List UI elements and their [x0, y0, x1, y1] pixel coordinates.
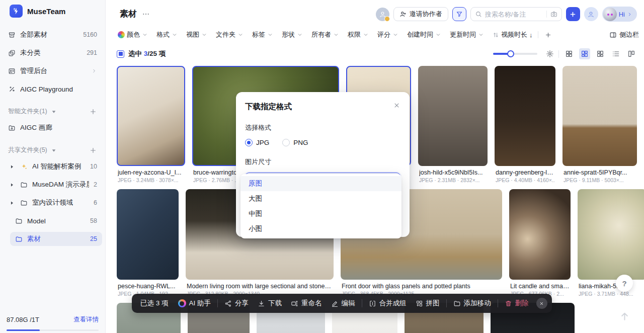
caret-right-icon [8, 181, 16, 189]
action-bar-item[interactable]: AI 助手 [174, 299, 216, 308]
masonry-icon [596, 50, 604, 58]
action-bar-item[interactable] [446, 299, 447, 307]
shared-folders-header[interactable]: 共享文件夹(5) [0, 139, 105, 158]
add-upload-button[interactable] [566, 7, 580, 21]
asset-thumbnail[interactable] [495, 66, 555, 166]
filter-chip-label: 评分 [377, 30, 390, 39]
collaborator-avatar[interactable] [376, 8, 389, 21]
asset-card[interactable]: Lit candle and small... JPEG · 677.06KB … [509, 189, 571, 297]
asset-thumbnail[interactable] [117, 66, 185, 166]
view-kanban-button[interactable] [626, 48, 637, 59]
filter-funnel-button[interactable] [452, 7, 466, 21]
sidebar-item[interactable]: AIGC Playground [3, 82, 102, 96]
radio-unselected-icon [282, 139, 290, 146]
asset-thumbnail[interactable] [117, 189, 179, 280]
action-bar-item[interactable]: 重命名 [286, 299, 327, 308]
size-option[interactable]: 大图 [240, 191, 401, 206]
invite-collaborator-button[interactable]: 邀请协作者 [393, 7, 448, 21]
sidebar-item[interactable]: 全部素材 5160 [3, 28, 102, 42]
asset-card[interactable]: pesce-huang-RWL... JPEG · 1.04MB · 192..… [117, 189, 179, 297]
filter-chip[interactable]: 评分 [377, 30, 398, 39]
asset-thumbnail[interactable] [562, 66, 637, 166]
sort-label: 视频时长 [501, 30, 527, 39]
asset-card[interactable]: liana-mikah-5r... JPEG · 3.71MB · 448... [578, 189, 644, 297]
wand-icon [8, 86, 16, 93]
sidebar-item[interactable]: 管理后台 [3, 64, 102, 78]
asset-card[interactable]: julen-rey-azcona-U_I... JPEG · 3.24MB · … [117, 66, 185, 183]
asset-thumbnail[interactable] [509, 189, 571, 280]
sidebar-folder-item[interactable]: Model 58 [10, 214, 102, 228]
sidebar-folder-item[interactable]: AIGC 画廊 [3, 121, 102, 135]
scroll-to-top-button[interactable] [619, 310, 630, 322]
action-bar-item[interactable] [217, 299, 218, 307]
sidebar-item[interactable]: 未分类 291 [3, 46, 102, 60]
action-bar-item[interactable] [498, 299, 498, 307]
dismiss-selection-button[interactable] [536, 298, 547, 309]
sidebar-folder-item[interactable]: 素材 25 [10, 232, 102, 246]
sidebar-folder-item[interactable]: AI 智能解析案例 10 [3, 159, 102, 174]
asset-thumbnail[interactable] [418, 66, 488, 166]
selection-suffix: /25 项 [147, 50, 166, 57]
size-option[interactable]: 小图 [240, 221, 401, 236]
filter-chip[interactable]: 所有者 [311, 30, 339, 39]
close-icon[interactable] [393, 102, 400, 109]
select-all-checkbox[interactable] [117, 50, 124, 58]
asset-card[interactable]: annie-spratt-5IPYBqr... JPEG · 9.11MB · … [562, 66, 637, 183]
storage-details-link[interactable]: 查看详情 [73, 315, 99, 324]
view-adaptive-button[interactable] [579, 48, 590, 59]
action-bar-item[interactable]: 下载 [253, 299, 286, 308]
size-option[interactable]: 原图 [240, 176, 401, 191]
asset-card[interactable]: danny-greenberg-lta9... JPEG · 4.40MB · … [495, 66, 555, 183]
storage-used: 87.08G /1T [7, 316, 39, 323]
filter-chip[interactable]: 视图 [186, 30, 207, 39]
format-radio-png[interactable]: PNG [282, 139, 308, 146]
action-bar-item[interactable]: 合并成组 [364, 299, 411, 308]
selection-row: 选中 3/25 项 [117, 48, 637, 59]
ai-assistant-pill[interactable]: Hi [602, 7, 637, 22]
filter-chip[interactable]: 权限 [348, 30, 369, 39]
user-avatar[interactable] [584, 7, 598, 21]
sidebar-item-label: 全部素材 [20, 30, 78, 39]
help-button[interactable]: ? [616, 275, 633, 292]
modal-title: 下载指定格式 [245, 102, 292, 112]
logo-bolt-icon [10, 5, 23, 18]
kanban-icon [627, 50, 635, 58]
filter-chips: 颜色 格式 视图 文件夹 [118, 30, 493, 39]
filter-chip[interactable]: 更新时间 [450, 30, 484, 39]
image-search-camera-button[interactable] [546, 11, 557, 18]
filter-chip[interactable]: 形状 [282, 30, 303, 39]
filter-chip[interactable]: 创建时间 [407, 30, 441, 39]
view-list-button[interactable] [610, 48, 621, 59]
action-bar-item[interactable]: 分享 [220, 299, 253, 308]
sidebar-folder-item[interactable]: MuseDAM 演示录屏 2 [3, 178, 102, 192]
action-bar-item[interactable]: 删除 [500, 299, 533, 308]
view-grid-button[interactable] [564, 48, 575, 59]
smart-folders-header[interactable]: 智能文件夹(1) [0, 100, 105, 120]
add-filter-button[interactable] [544, 31, 552, 39]
asset-card[interactable]: josh-hild-x5c9iNbI5Is... JPEG · 2.31MB ·… [418, 66, 488, 183]
filter-chip[interactable]: 格式 [156, 30, 178, 39]
action-bar-item[interactable]: 编辑 [327, 299, 360, 308]
sidebar-folder-item[interactable]: 室内设计领域 6 [3, 196, 102, 210]
filter-chip[interactable]: 颜色 [118, 30, 148, 39]
action-bar-item[interactable]: 拼图 [411, 299, 444, 308]
page-title: 素材 [120, 8, 137, 20]
thumbnail-size-slider[interactable] [493, 50, 537, 57]
search-input[interactable] [485, 11, 543, 18]
view-masonry-button[interactable] [595, 48, 606, 59]
size-option[interactable]: 中图 [240, 206, 401, 221]
folder-label: AI 智能解析案例 [32, 162, 86, 171]
detail-sidebar-toggle[interactable]: 侧边栏 [609, 30, 639, 39]
action-bar-item[interactable]: 添加移动 [449, 299, 496, 308]
folder-label: 室内设计领域 [32, 198, 89, 207]
filter-chip[interactable]: 文件夹 [216, 30, 244, 39]
filter-chip-label: 格式 [156, 30, 170, 39]
filter-chip-label: 颜色 [127, 30, 140, 39]
action-bar-item[interactable] [362, 299, 362, 307]
folder-icon [15, 235, 23, 243]
filter-chip[interactable]: 标签 [252, 30, 273, 39]
sort-by-duration[interactable]: 视频时长 ↓ [493, 30, 533, 39]
format-radio-jpg[interactable]: JPG [245, 139, 269, 146]
funnel-icon [456, 11, 463, 18]
asset-thumbnail[interactable] [578, 189, 644, 280]
